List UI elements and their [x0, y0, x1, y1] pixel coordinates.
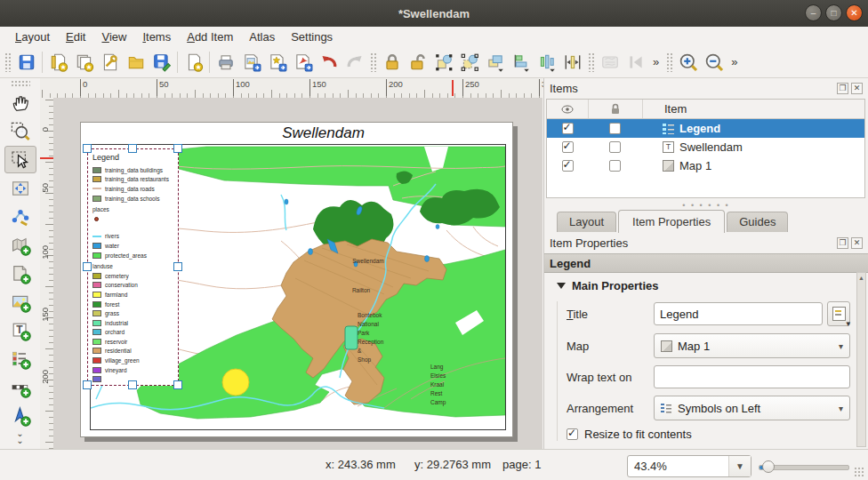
add-label-button[interactable]: T	[4, 316, 36, 344]
lock-checkbox[interactable]	[609, 123, 621, 134]
add-legend-button[interactable]	[4, 345, 36, 372]
toolbar-grip[interactable]	[588, 52, 594, 72]
duplicate-layout-button[interactable]	[71, 49, 97, 75]
items-table-row[interactable]: Swellendam	[547, 138, 864, 156]
toolbar-grip[interactable]	[4, 52, 11, 72]
raise-items-button[interactable]	[482, 49, 508, 75]
export-svg-button[interactable]	[264, 49, 290, 75]
add-from-template-button[interactable]	[181, 49, 206, 75]
resize-grip[interactable]	[854, 467, 864, 477]
properties-scrollbar[interactable]: ▲	[856, 272, 866, 447]
add-map-button[interactable]	[4, 231, 36, 259]
pan-tool-button[interactable]	[4, 89, 36, 116]
menu-item[interactable]: Layout	[7, 28, 58, 45]
layout-manager-button[interactable]	[97, 49, 123, 75]
float-panel-icon[interactable]: ❐	[837, 83, 848, 94]
items-table-row[interactable]: Legend	[547, 119, 864, 138]
resize-items-button[interactable]	[559, 49, 585, 75]
menu-item[interactable]: Items	[134, 28, 179, 45]
left-toolbar-more-button[interactable]: ⌄⌄	[0, 430, 40, 444]
legend-title-input[interactable]	[654, 302, 823, 325]
align-items-button[interactable]	[508, 49, 534, 75]
lock-column-icon	[610, 103, 621, 115]
zoom-level-combobox[interactable]: 43.4% ▼	[627, 455, 751, 477]
add-north-arrow-button[interactable]	[4, 402, 36, 429]
group-items-button[interactable]	[430, 49, 456, 75]
toolbar-grip[interactable]	[370, 52, 376, 72]
panel-tab[interactable]: Guides	[727, 212, 788, 232]
add-3d-map-button[interactable]	[4, 260, 36, 287]
visibility-checkbox[interactable]	[562, 123, 574, 134]
panel-tab[interactable]: Item Properties	[618, 210, 725, 233]
move-content-tool-button[interactable]	[4, 174, 36, 202]
distribute-items-button[interactable]	[534, 49, 559, 75]
visibility-checkbox[interactable]	[562, 141, 574, 153]
map-select[interactable]: Map 1 ▾	[654, 333, 850, 358]
print-button[interactable]	[213, 49, 238, 75]
arrangement-select[interactable]: Symbols on Left ▾	[654, 396, 850, 420]
visibility-checkbox[interactable]	[562, 160, 574, 172]
toolbar-overflow-button-2[interactable]: »	[727, 55, 742, 68]
menu-item[interactable]: Edit	[58, 28, 93, 45]
menu-item[interactable]: Add Item	[179, 28, 241, 45]
legend-item[interactable]: Legend training_data buildings training_…	[87, 148, 179, 386]
map-title-item[interactable]: Swellendam	[134, 124, 512, 142]
edit-nodes-tool-button[interactable]	[4, 203, 36, 230]
zoom-slider-handle[interactable]	[762, 460, 775, 473]
close-panel-icon[interactable]: ✕	[851, 237, 863, 249]
float-panel-icon[interactable]: ❐	[837, 237, 848, 249]
new-layout-button[interactable]	[45, 49, 71, 75]
select-move-tool-button[interactable]	[4, 146, 36, 173]
selection-handle[interactable]	[173, 144, 182, 153]
wrap-text-input[interactable]	[654, 365, 850, 388]
selection-handle[interactable]	[173, 380, 182, 389]
layout-canvas[interactable]: Swellendam	[53, 98, 542, 449]
minimize-button[interactable]: –	[805, 4, 822, 21]
export-pdf-button[interactable]	[290, 49, 316, 75]
toolbar-grip[interactable]	[11, 80, 30, 86]
export-image-button[interactable]	[238, 49, 264, 75]
zoom-slider[interactable]	[759, 465, 849, 470]
lock-checkbox[interactable]	[609, 160, 621, 172]
undo-button[interactable]	[316, 49, 342, 75]
legend-entry: landuse	[92, 261, 176, 271]
zoom-in-button[interactable]	[675, 49, 701, 75]
chevron-down-icon[interactable]: ▼	[728, 456, 751, 476]
data-defined-override-button[interactable]	[827, 301, 850, 326]
lock-checkbox[interactable]	[609, 141, 621, 153]
unlock-items-button[interactable]	[405, 49, 430, 75]
scroll-up-icon[interactable]: ▲	[857, 273, 865, 283]
menu-item[interactable]: View	[93, 28, 134, 45]
selection-handle[interactable]	[128, 380, 137, 389]
selection-handle[interactable]	[83, 144, 92, 153]
selection-handle[interactable]	[128, 144, 137, 153]
selection-handle[interactable]	[173, 262, 182, 271]
selection-handle[interactable]	[83, 262, 92, 271]
selection-handle[interactable]	[83, 380, 92, 389]
atlas-first-feature-button[interactable]	[623, 49, 648, 75]
redo-button[interactable]	[342, 49, 367, 75]
main-properties-section[interactable]: Main Properties	[557, 279, 850, 292]
close-panel-icon[interactable]: ✕	[851, 83, 863, 94]
atlas-preview-button[interactable]	[597, 49, 623, 75]
lock-items-button[interactable]	[379, 49, 405, 75]
close-button[interactable]: ✕	[846, 4, 863, 21]
layout-page[interactable]: Swellendam	[80, 122, 513, 437]
window-titlebar[interactable]: *Swellendam – □ ✕	[0, 0, 868, 27]
toolbar-grip[interactable]	[666, 52, 672, 72]
maximize-button[interactable]: □	[825, 4, 842, 21]
menu-item[interactable]: Settings	[283, 28, 341, 45]
resize-to-fit-checkbox[interactable]	[567, 428, 578, 440]
ungroup-items-button[interactable]	[456, 49, 482, 75]
add-scalebar-button[interactable]	[4, 373, 36, 401]
add-picture-button[interactable]	[4, 288, 36, 316]
zoom-tool-button[interactable]	[4, 117, 36, 145]
open-layout-button[interactable]	[123, 49, 149, 75]
items-table-row[interactable]: Map 1	[547, 156, 864, 175]
zoom-out-button[interactable]	[701, 49, 727, 75]
save-as-button[interactable]	[149, 49, 174, 75]
toolbar-overflow-button[interactable]: »	[648, 55, 663, 68]
save-button[interactable]	[13, 49, 39, 75]
panel-tab[interactable]: Layout	[557, 212, 616, 232]
menu-item[interactable]: Atlas	[241, 28, 283, 45]
